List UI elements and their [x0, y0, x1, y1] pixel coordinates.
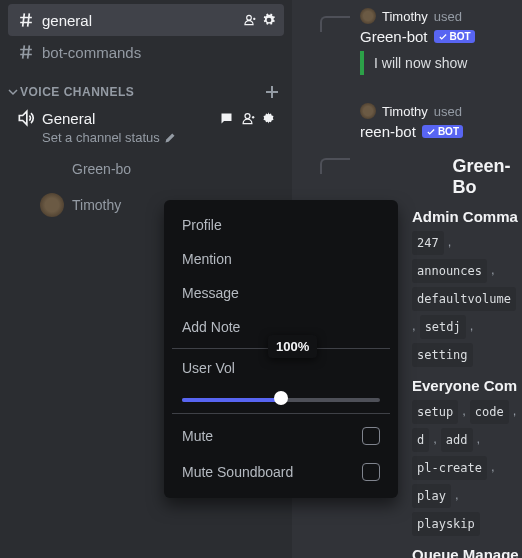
- detail-heading: Queue Manage: [412, 546, 522, 558]
- command-code: setting: [412, 343, 473, 367]
- pencil-icon: [164, 132, 176, 144]
- chat-icon[interactable]: [219, 111, 234, 126]
- message-author[interactable]: reen-bot: [360, 123, 416, 140]
- reply-header[interactable]: Timothy used: [360, 103, 522, 119]
- reply-spine: [320, 16, 350, 32]
- user-context-menu: Profile Mention Message Add Note 100% Us…: [164, 200, 398, 498]
- command-code: code: [470, 400, 509, 424]
- voice-section-header[interactable]: VOICE CHANNELS: [8, 68, 284, 104]
- command-code: play: [412, 484, 451, 508]
- channel-label: bot-commands: [42, 44, 276, 61]
- gear-icon[interactable]: [261, 111, 276, 126]
- command-code: pl-create: [412, 456, 487, 480]
- plus-icon[interactable]: [264, 84, 280, 100]
- voice-user-greenbot[interactable]: Green-bo: [8, 153, 284, 185]
- section-title: VOICE CHANNELS: [20, 85, 264, 99]
- menu-mute-soundboard[interactable]: Mute Soundboard: [172, 454, 390, 490]
- channel-bot-commands[interactable]: bot-commands: [8, 36, 284, 68]
- channel-general[interactable]: general: [8, 4, 284, 36]
- command-code: 247: [412, 231, 444, 255]
- menu-message[interactable]: Message: [172, 276, 390, 310]
- user-volume: 100% User Vol: [172, 353, 390, 409]
- avatar: [40, 193, 64, 217]
- avatar: [360, 8, 376, 24]
- checkbox[interactable]: [362, 427, 380, 445]
- channel-label: general: [42, 12, 242, 29]
- embed: I will now show: [360, 51, 522, 75]
- command-code: setup: [412, 400, 458, 424]
- message: Green-bot BOT I will now show: [308, 28, 522, 75]
- bot-detail: Green-Bo Admin Comma247, announces, defa…: [412, 156, 522, 558]
- voice-channel-general[interactable]: General Set a channel status: [8, 104, 284, 149]
- command-code: d: [412, 428, 429, 452]
- avatar[interactable]: [308, 28, 348, 68]
- command-code: add: [441, 428, 473, 452]
- speaker-icon: [16, 108, 36, 128]
- separator: [172, 413, 390, 414]
- add-member-icon[interactable]: [240, 111, 255, 126]
- hash-icon: [16, 42, 36, 62]
- gear-icon[interactable]: [262, 13, 276, 27]
- detail-heading: Admin Comma: [412, 208, 522, 225]
- avatar: [360, 103, 376, 119]
- command-code: defaultvolume: [412, 287, 516, 311]
- command-code: announces: [412, 259, 487, 283]
- menu-mention[interactable]: Mention: [172, 242, 390, 276]
- volume-tooltip: 100%: [268, 335, 317, 358]
- volume-slider[interactable]: [182, 395, 380, 403]
- avatar[interactable]: [412, 159, 443, 195]
- channel-status[interactable]: Set a channel status: [16, 130, 276, 145]
- menu-mute[interactable]: Mute: [172, 418, 390, 454]
- hash-icon: [16, 10, 36, 30]
- voice-channel-name: General: [42, 110, 219, 127]
- avatar: [40, 157, 64, 181]
- command-code: playskip: [412, 512, 480, 536]
- message: reen-bot BOT: [360, 123, 522, 140]
- command-list: setup, code, d, add, pl-create, play, pl…: [412, 400, 522, 536]
- bot-badge: BOT: [422, 125, 463, 138]
- slider-thumb[interactable]: [274, 391, 288, 405]
- bot-badge: BOT: [434, 30, 475, 43]
- reply-spine: [320, 158, 350, 174]
- reply-header[interactable]: Timothy used: [360, 8, 522, 24]
- checkbox[interactable]: [362, 463, 380, 481]
- command-list: 247, announces, defaultvolume, setdj, se…: [412, 231, 522, 367]
- add-member-icon[interactable]: [242, 13, 256, 27]
- chevron-down-icon: [8, 87, 18, 97]
- menu-profile[interactable]: Profile: [172, 208, 390, 242]
- message-author[interactable]: Green-bot: [360, 28, 428, 45]
- command-code: setdj: [420, 315, 466, 339]
- detail-heading: Everyone Com: [412, 377, 522, 394]
